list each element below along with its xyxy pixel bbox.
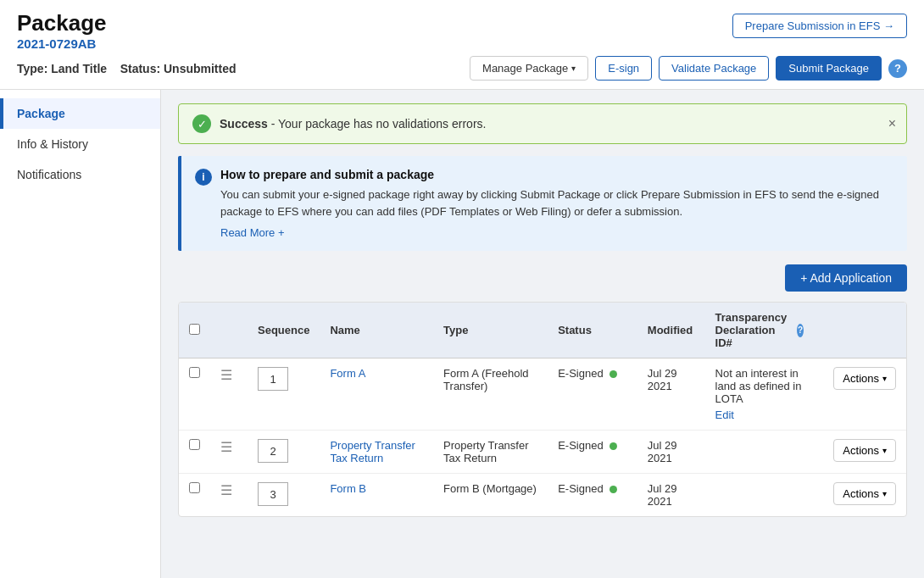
row3-checkbox-cell (179, 474, 210, 517)
info-body: You can submit your e-signed package rig… (220, 186, 893, 220)
row2-reorder-cell: ☰ (210, 431, 248, 474)
submit-package-button[interactable]: Submit Package (776, 56, 882, 81)
row3-seq-box: 3 (258, 482, 288, 506)
row3-type-cell: Form B (Mortgage) (433, 474, 548, 517)
row2-status-dot (610, 442, 617, 450)
sidebar-item-notifications[interactable]: Notifications (0, 159, 160, 190)
row1-checkbox-cell (179, 358, 210, 431)
row3-actions-button[interactable]: Actions (833, 482, 896, 505)
row2-status-cell: E-Signed (548, 431, 637, 474)
row2-transparency-cell (705, 431, 815, 474)
row2-checkbox[interactable] (189, 439, 200, 450)
validate-package-button[interactable]: Validate Package (659, 56, 769, 81)
info-icon: i (195, 169, 212, 186)
row1-name-cell: Form A (320, 358, 433, 431)
select-all-checkbox[interactable] (189, 324, 200, 335)
row1-seq-cell: 1 (248, 358, 320, 431)
row1-modified-cell: Jul 29 2021 (637, 358, 705, 431)
applications-table: Sequence Name Type Status Modified (179, 303, 906, 516)
th-modified: Modified (637, 303, 705, 358)
read-more-link[interactable]: Read More + (220, 226, 285, 239)
row1-transparency-cell: Not an interest in land as defined in LO… (705, 358, 815, 431)
sidebar: Package Info & History Notifications (0, 90, 161, 578)
page-layout: Package Info & History Notifications ✓ S… (0, 90, 924, 578)
row1-edit-link[interactable]: Edit (715, 408, 734, 421)
type-value: Land Title (51, 62, 107, 75)
table-row: ☰ 3 Form B Form B (Mortgage) E-Signed (179, 474, 906, 517)
header-actions: Manage Package E-sign Validate Package S… (470, 56, 907, 81)
th-name: Name (320, 303, 433, 358)
th-status: Status (548, 303, 637, 358)
alert-text: Success - Your package has no validation… (220, 117, 486, 131)
package-id: 2021-0729AB (17, 36, 107, 51)
row1-type-cell: Form A (Freehold Transfer) (433, 358, 548, 431)
row1-reorder-icon[interactable]: ☰ (220, 368, 232, 382)
applications-table-container: Sequence Name Type Status Modified (178, 302, 907, 517)
row1-status-dot (610, 370, 617, 378)
manage-package-button[interactable]: Manage Package (470, 56, 588, 81)
row1-status-cell: E-Signed (548, 358, 637, 431)
row3-actions-cell: Actions (814, 474, 906, 517)
esign-button[interactable]: E-sign (595, 56, 652, 81)
status-value: Unsubmitted (164, 62, 237, 75)
th-select-all (179, 303, 210, 358)
sidebar-item-package[interactable]: Package (0, 98, 160, 129)
row2-seq-cell: 2 (248, 431, 320, 474)
row2-checkbox-cell (179, 431, 210, 474)
row1-seq-box: 1 (258, 367, 288, 391)
table-row: ☰ 2 Property Transfer Tax Return Propert… (179, 431, 906, 474)
row2-seq-box: 2 (258, 439, 288, 463)
table-row: ☰ 1 Form A Form A (Freehold Transfer) E- (179, 358, 906, 431)
header-help-icon[interactable]: ? (888, 59, 907, 78)
row3-modified-cell: Jul 29 2021 (637, 474, 705, 517)
page-header: Package 2021-0729AB Prepare Submission i… (0, 0, 924, 90)
info-header: i How to prepare and submit a package (195, 168, 893, 186)
row2-name-cell: Property Transfer Tax Return (320, 431, 433, 474)
prepare-submission-button[interactable]: Prepare Submission in EFS → (732, 14, 907, 38)
row3-reorder-icon[interactable]: ☰ (220, 483, 232, 497)
success-alert: ✓ Success - Your package has no validati… (178, 103, 907, 144)
row2-actions-cell: Actions (814, 431, 906, 474)
add-application-row: + Add Application (178, 264, 907, 292)
page-title: Package (17, 10, 107, 36)
row3-transparency-cell (705, 474, 815, 517)
row2-name-link[interactable]: Property Transfer Tax Return (330, 439, 415, 464)
row2-actions-button[interactable]: Actions (833, 439, 896, 462)
alert-rest: - Your package has no validations errors… (268, 117, 487, 131)
row3-reorder-cell: ☰ (210, 474, 248, 517)
info-title: How to prepare and submit a package (220, 168, 434, 181)
package-meta: Type: Land Title Status: Unsubmitted (17, 62, 237, 75)
th-transparency: Transparency Declaration ID# ? (705, 303, 815, 358)
sidebar-item-info-history[interactable]: Info & History (0, 129, 160, 159)
alert-close-button[interactable]: × (888, 116, 896, 131)
row1-name-link[interactable]: Form A (330, 367, 365, 380)
row2-reorder-icon[interactable]: ☰ (220, 440, 232, 454)
transparency-help-icon[interactable]: ? (797, 324, 804, 337)
row3-seq-cell: 3 (248, 474, 320, 517)
row2-modified-cell: Jul 29 2021 (637, 431, 705, 474)
row3-name-link[interactable]: Form B (330, 482, 366, 495)
row1-checkbox[interactable] (189, 367, 200, 378)
row2-type-cell: Property Transfer Tax Return (433, 431, 548, 474)
row3-status-cell: E-Signed (548, 474, 637, 517)
add-application-button[interactable]: + Add Application (785, 264, 907, 292)
th-type: Type (433, 303, 548, 358)
row3-name-cell: Form B (320, 474, 433, 517)
th-sequence: Sequence (248, 303, 320, 358)
status-label: Status: (120, 62, 160, 75)
table-header-row: Sequence Name Type Status Modified (179, 303, 906, 358)
row1-actions-cell: Actions (814, 358, 906, 431)
row1-actions-button[interactable]: Actions (833, 367, 896, 390)
type-label: Type: (17, 62, 47, 75)
info-box: i How to prepare and submit a package Yo… (178, 156, 907, 251)
alert-bold: Success (220, 117, 268, 131)
row3-status-dot (610, 486, 617, 493)
main-content: ✓ Success - Your package has no validati… (161, 90, 924, 578)
th-reorder (210, 303, 248, 358)
row1-reorder-cell: ☰ (210, 358, 248, 431)
th-actions (814, 303, 906, 358)
success-check-icon: ✓ (192, 114, 211, 133)
row3-checkbox[interactable] (189, 482, 200, 493)
